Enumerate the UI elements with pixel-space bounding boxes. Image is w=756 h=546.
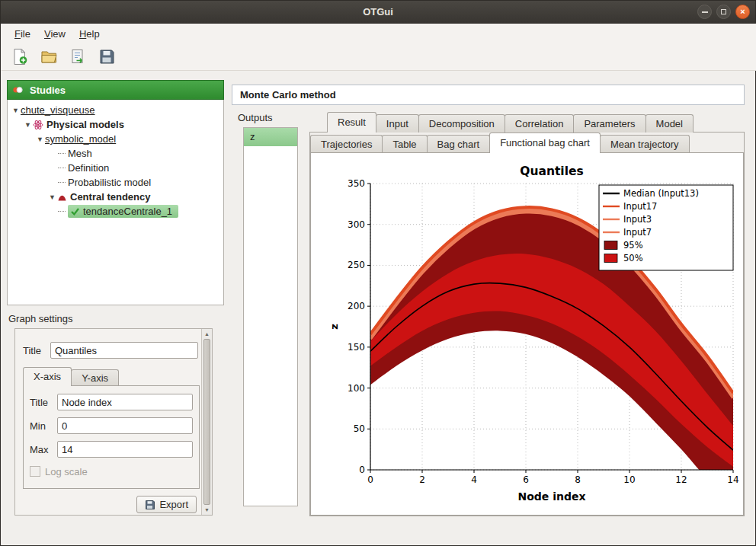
svg-text:0: 0 — [367, 474, 373, 485]
svg-text:z: z — [328, 324, 340, 330]
chart-area: 05010015020025030035002468101214Quantile… — [327, 162, 742, 505]
open-folder-icon — [40, 48, 58, 65]
expander-icon[interactable]: ▼ — [23, 121, 33, 129]
tree-item-label: Central tendency — [70, 191, 150, 203]
export-button-label: Export — [159, 499, 188, 510]
open-study-button[interactable] — [38, 46, 59, 68]
maximize-button[interactable] — [716, 5, 731, 19]
tree-item-definition[interactable]: Definition — [8, 161, 223, 175]
scroll-up-icon[interactable]: ▲ — [202, 329, 212, 339]
maximize-icon — [721, 9, 726, 14]
tab-bag-chart[interactable]: Bag chart — [427, 135, 491, 153]
tab-mean-trajectory[interactable]: Mean trajectory — [600, 135, 690, 153]
svg-text:8: 8 — [575, 474, 581, 485]
toolbar — [2, 43, 756, 71]
tab-y-axis[interactable]: Y-axis — [71, 369, 119, 386]
window-title: OTGui — [363, 6, 393, 18]
menu-view[interactable]: View — [37, 26, 72, 42]
scrollbar-handle[interactable] — [203, 339, 210, 505]
tree-item-tendance-centrale[interactable]: tendanceCentrale_1 — [8, 204, 223, 219]
log-scale-checkbox[interactable] — [30, 466, 40, 477]
menu-help[interactable]: Help — [72, 26, 107, 42]
svg-text:50%: 50% — [623, 253, 643, 263]
studies-tree: ▼ chute_visqueuse ▼ Physical models ▼ sy… — [7, 100, 224, 305]
tab-correlation[interactable]: Correlation — [505, 114, 575, 133]
svg-text:150: 150 — [348, 342, 365, 353]
save-study-button[interactable] — [96, 46, 117, 68]
atom-icon — [33, 120, 43, 130]
max-input[interactable] — [57, 441, 193, 458]
tree-item-probabilistic-model[interactable]: Probabilistic model — [8, 175, 223, 190]
svg-text:0: 0 — [359, 465, 365, 475]
menu-file[interactable]: File — [8, 26, 37, 42]
max-label: Max — [30, 444, 49, 455]
otgui-window: OTGui × File View Help — [0, 0, 756, 546]
tree-guide — [58, 153, 66, 154]
tab-functional-bag-chart[interactable]: Functional bag chart — [489, 133, 601, 153]
svg-text:Input3: Input3 — [623, 214, 652, 225]
tree-item-central-tendency[interactable]: ▼ Central tendency — [8, 190, 223, 204]
tree-guide — [58, 211, 66, 212]
close-button[interactable]: × — [735, 5, 750, 19]
expander-icon[interactable]: ▼ — [35, 136, 45, 143]
tab-result[interactable]: Result — [327, 112, 376, 133]
studies-icon — [12, 85, 23, 95]
tree-item-study[interactable]: ▼ chute_visqueuse — [8, 103, 223, 117]
graph-settings-panel: Title X-axis Y-axis Title Min Max Log sc… — [14, 328, 213, 516]
tab-table[interactable]: Table — [382, 135, 427, 153]
tree-item-mesh[interactable]: Mesh — [8, 146, 223, 161]
export-button[interactable]: Export — [136, 496, 197, 513]
output-item-z[interactable]: z — [244, 128, 297, 146]
axis-title-input[interactable] — [57, 394, 193, 410]
selected-tree-item: tendanceCentrale_1 — [68, 205, 178, 218]
method-header: Monte Carlo method — [232, 85, 745, 105]
svg-text:10: 10 — [623, 474, 635, 485]
svg-text:250: 250 — [348, 260, 365, 270]
tab-input[interactable]: Input — [376, 114, 419, 133]
svg-text:2: 2 — [419, 474, 425, 485]
log-scale-row: Log scale — [30, 466, 88, 477]
tab-model[interactable]: Model — [645, 114, 694, 133]
central-tendency-icon — [57, 192, 67, 202]
svg-text:Input7: Input7 — [623, 227, 652, 238]
tab-trajectories[interactable]: Trajectories — [310, 135, 383, 153]
import-script-button[interactable] — [67, 46, 88, 68]
tree-item-label: Definition — [68, 162, 109, 174]
svg-text:50: 50 — [354, 423, 365, 434]
svg-text:Input17: Input17 — [623, 201, 657, 212]
title-field-label: Title — [23, 345, 41, 356]
secondary-tabs: Trajectories Table Bag chart Functional … — [310, 133, 689, 153]
svg-text:6: 6 — [523, 474, 529, 485]
tree-guide — [58, 168, 66, 168]
method-title: Monte Carlo method — [240, 89, 336, 101]
expander-icon[interactable]: ▼ — [11, 107, 21, 114]
svg-text:14: 14 — [727, 474, 738, 485]
svg-text:12: 12 — [675, 474, 687, 485]
svg-text:300: 300 — [348, 219, 365, 230]
svg-text:100: 100 — [348, 383, 365, 394]
tree-guide — [58, 182, 66, 183]
graph-title-input[interactable] — [50, 342, 198, 359]
min-label: Min — [30, 420, 46, 432]
tree-item-symbolic-model[interactable]: ▼ symbolic_model — [8, 132, 223, 146]
scroll-down-icon[interactable]: ▼ — [202, 505, 212, 515]
min-input[interactable] — [57, 417, 193, 434]
settings-scrollbar[interactable]: ▲ ▼ — [201, 329, 212, 515]
tree-item-label: tendanceCentrale_1 — [83, 206, 172, 217]
svg-text:350: 350 — [348, 178, 365, 189]
new-study-button[interactable] — [9, 46, 30, 68]
tab-x-axis[interactable]: X-axis — [23, 367, 72, 386]
svg-text:95%: 95% — [623, 240, 643, 251]
axis-tabs: X-axis Y-axis — [23, 367, 118, 386]
primary-tabs: Result Input Decomposition Correlation P… — [327, 112, 693, 133]
tree-item-physical-models[interactable]: ▼ Physical models — [8, 117, 223, 132]
minimize-button[interactable] — [697, 5, 712, 19]
svg-text:Quantiles: Quantiles — [520, 164, 583, 178]
expander-icon[interactable]: ▼ — [47, 193, 57, 201]
axis-title-label: Title — [30, 397, 48, 408]
new-document-icon — [11, 48, 29, 65]
svg-text:4: 4 — [471, 474, 477, 485]
import-script-icon — [69, 48, 87, 65]
tab-decomposition[interactable]: Decomposition — [418, 114, 505, 133]
tab-parameters[interactable]: Parameters — [573, 114, 645, 133]
